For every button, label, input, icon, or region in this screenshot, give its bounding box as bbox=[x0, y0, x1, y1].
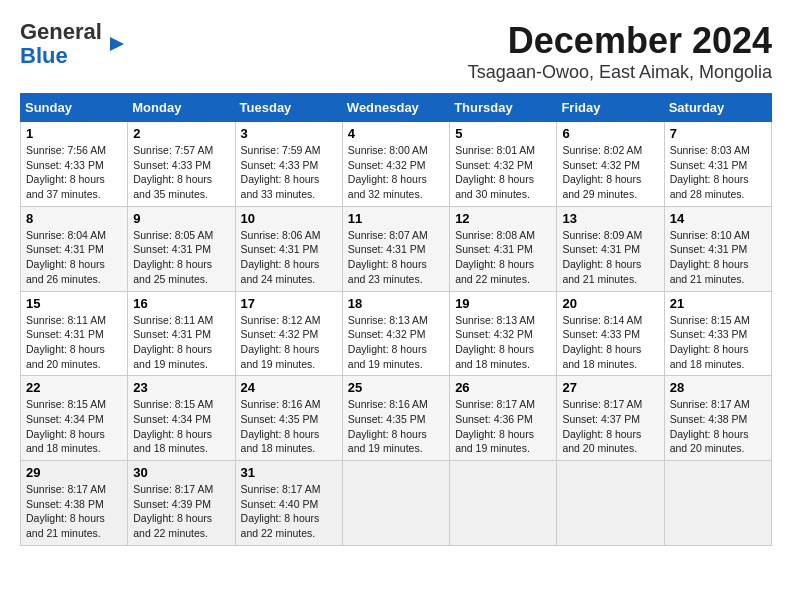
day-info: Sunrise: 8:04 AM Sunset: 4:31 PM Dayligh… bbox=[26, 228, 122, 287]
day-info: Sunrise: 8:15 AM Sunset: 4:34 PM Dayligh… bbox=[26, 397, 122, 456]
day-info: Sunrise: 7:57 AM Sunset: 4:33 PM Dayligh… bbox=[133, 143, 229, 202]
day-info: Sunrise: 8:17 AM Sunset: 4:36 PM Dayligh… bbox=[455, 397, 551, 456]
calendar-cell: 28Sunrise: 8:17 AM Sunset: 4:38 PM Dayli… bbox=[664, 376, 771, 461]
day-info: Sunrise: 8:16 AM Sunset: 4:35 PM Dayligh… bbox=[241, 397, 337, 456]
day-number: 16 bbox=[133, 296, 229, 311]
day-info: Sunrise: 8:02 AM Sunset: 4:32 PM Dayligh… bbox=[562, 143, 658, 202]
day-number: 24 bbox=[241, 380, 337, 395]
day-info: Sunrise: 8:10 AM Sunset: 4:31 PM Dayligh… bbox=[670, 228, 766, 287]
day-number: 26 bbox=[455, 380, 551, 395]
svg-marker-0 bbox=[110, 37, 124, 51]
day-info: Sunrise: 8:16 AM Sunset: 4:35 PM Dayligh… bbox=[348, 397, 444, 456]
calendar-cell bbox=[664, 461, 771, 546]
column-header-wednesday: Wednesday bbox=[342, 94, 449, 122]
calendar-cell: 23Sunrise: 8:15 AM Sunset: 4:34 PM Dayli… bbox=[128, 376, 235, 461]
location-title: Tsagaan-Owoo, East Aimak, Mongolia bbox=[468, 62, 772, 83]
column-header-tuesday: Tuesday bbox=[235, 94, 342, 122]
day-info: Sunrise: 8:14 AM Sunset: 4:33 PM Dayligh… bbox=[562, 313, 658, 372]
column-header-sunday: Sunday bbox=[21, 94, 128, 122]
calendar-cell: 30Sunrise: 8:17 AM Sunset: 4:39 PM Dayli… bbox=[128, 461, 235, 546]
calendar-cell: 8Sunrise: 8:04 AM Sunset: 4:31 PM Daylig… bbox=[21, 206, 128, 291]
calendar-cell: 3Sunrise: 7:59 AM Sunset: 4:33 PM Daylig… bbox=[235, 122, 342, 207]
day-info: Sunrise: 8:13 AM Sunset: 4:32 PM Dayligh… bbox=[348, 313, 444, 372]
day-info: Sunrise: 7:56 AM Sunset: 4:33 PM Dayligh… bbox=[26, 143, 122, 202]
calendar-cell: 14Sunrise: 8:10 AM Sunset: 4:31 PM Dayli… bbox=[664, 206, 771, 291]
day-number: 27 bbox=[562, 380, 658, 395]
day-number: 18 bbox=[348, 296, 444, 311]
calendar-cell: 16Sunrise: 8:11 AM Sunset: 4:31 PM Dayli… bbox=[128, 291, 235, 376]
day-number: 9 bbox=[133, 211, 229, 226]
calendar-cell: 21Sunrise: 8:15 AM Sunset: 4:33 PM Dayli… bbox=[664, 291, 771, 376]
calendar-week-row: 15Sunrise: 8:11 AM Sunset: 4:31 PM Dayli… bbox=[21, 291, 772, 376]
calendar-cell: 2Sunrise: 7:57 AM Sunset: 4:33 PM Daylig… bbox=[128, 122, 235, 207]
calendar-cell: 25Sunrise: 8:16 AM Sunset: 4:35 PM Dayli… bbox=[342, 376, 449, 461]
calendar-cell: 26Sunrise: 8:17 AM Sunset: 4:36 PM Dayli… bbox=[450, 376, 557, 461]
day-info: Sunrise: 8:17 AM Sunset: 4:38 PM Dayligh… bbox=[26, 482, 122, 541]
day-info: Sunrise: 8:15 AM Sunset: 4:33 PM Dayligh… bbox=[670, 313, 766, 372]
day-number: 23 bbox=[133, 380, 229, 395]
calendar-cell: 9Sunrise: 8:05 AM Sunset: 4:31 PM Daylig… bbox=[128, 206, 235, 291]
logo-general: General bbox=[20, 19, 102, 44]
calendar-cell: 27Sunrise: 8:17 AM Sunset: 4:37 PM Dayli… bbox=[557, 376, 664, 461]
calendar-week-row: 1Sunrise: 7:56 AM Sunset: 4:33 PM Daylig… bbox=[21, 122, 772, 207]
day-number: 11 bbox=[348, 211, 444, 226]
calendar-cell: 22Sunrise: 8:15 AM Sunset: 4:34 PM Dayli… bbox=[21, 376, 128, 461]
column-header-thursday: Thursday bbox=[450, 94, 557, 122]
day-info: Sunrise: 8:17 AM Sunset: 4:40 PM Dayligh… bbox=[241, 482, 337, 541]
day-number: 2 bbox=[133, 126, 229, 141]
calendar-cell bbox=[557, 461, 664, 546]
calendar-week-row: 22Sunrise: 8:15 AM Sunset: 4:34 PM Dayli… bbox=[21, 376, 772, 461]
calendar-cell: 11Sunrise: 8:07 AM Sunset: 4:31 PM Dayli… bbox=[342, 206, 449, 291]
page-header: General Blue December 2024 Tsagaan-Owoo,… bbox=[20, 20, 772, 83]
calendar-cell: 20Sunrise: 8:14 AM Sunset: 4:33 PM Dayli… bbox=[557, 291, 664, 376]
day-info: Sunrise: 8:17 AM Sunset: 4:39 PM Dayligh… bbox=[133, 482, 229, 541]
calendar-cell: 17Sunrise: 8:12 AM Sunset: 4:32 PM Dayli… bbox=[235, 291, 342, 376]
calendar-cell: 19Sunrise: 8:13 AM Sunset: 4:32 PM Dayli… bbox=[450, 291, 557, 376]
column-header-friday: Friday bbox=[557, 94, 664, 122]
calendar-cell: 13Sunrise: 8:09 AM Sunset: 4:31 PM Dayli… bbox=[557, 206, 664, 291]
day-number: 28 bbox=[670, 380, 766, 395]
logo-blue: Blue bbox=[20, 44, 102, 68]
calendar-cell: 1Sunrise: 7:56 AM Sunset: 4:33 PM Daylig… bbox=[21, 122, 128, 207]
day-number: 1 bbox=[26, 126, 122, 141]
day-number: 19 bbox=[455, 296, 551, 311]
month-title: December 2024 bbox=[468, 20, 772, 62]
day-info: Sunrise: 8:07 AM Sunset: 4:31 PM Dayligh… bbox=[348, 228, 444, 287]
day-number: 25 bbox=[348, 380, 444, 395]
day-info: Sunrise: 8:13 AM Sunset: 4:32 PM Dayligh… bbox=[455, 313, 551, 372]
day-info: Sunrise: 8:01 AM Sunset: 4:32 PM Dayligh… bbox=[455, 143, 551, 202]
day-number: 21 bbox=[670, 296, 766, 311]
day-number: 20 bbox=[562, 296, 658, 311]
day-number: 31 bbox=[241, 465, 337, 480]
day-info: Sunrise: 8:11 AM Sunset: 4:31 PM Dayligh… bbox=[133, 313, 229, 372]
calendar-cell: 31Sunrise: 8:17 AM Sunset: 4:40 PM Dayli… bbox=[235, 461, 342, 546]
calendar-table: SundayMondayTuesdayWednesdayThursdayFrid… bbox=[20, 93, 772, 546]
day-number: 7 bbox=[670, 126, 766, 141]
calendar-week-row: 29Sunrise: 8:17 AM Sunset: 4:38 PM Dayli… bbox=[21, 461, 772, 546]
day-info: Sunrise: 7:59 AM Sunset: 4:33 PM Dayligh… bbox=[241, 143, 337, 202]
day-info: Sunrise: 8:12 AM Sunset: 4:32 PM Dayligh… bbox=[241, 313, 337, 372]
day-info: Sunrise: 8:00 AM Sunset: 4:32 PM Dayligh… bbox=[348, 143, 444, 202]
day-info: Sunrise: 8:17 AM Sunset: 4:37 PM Dayligh… bbox=[562, 397, 658, 456]
calendar-cell bbox=[450, 461, 557, 546]
day-info: Sunrise: 8:05 AM Sunset: 4:31 PM Dayligh… bbox=[133, 228, 229, 287]
day-info: Sunrise: 8:17 AM Sunset: 4:38 PM Dayligh… bbox=[670, 397, 766, 456]
calendar-cell: 7Sunrise: 8:03 AM Sunset: 4:31 PM Daylig… bbox=[664, 122, 771, 207]
calendar-cell: 5Sunrise: 8:01 AM Sunset: 4:32 PM Daylig… bbox=[450, 122, 557, 207]
calendar-cell: 6Sunrise: 8:02 AM Sunset: 4:32 PM Daylig… bbox=[557, 122, 664, 207]
day-number: 15 bbox=[26, 296, 122, 311]
day-number: 22 bbox=[26, 380, 122, 395]
day-number: 30 bbox=[133, 465, 229, 480]
column-header-saturday: Saturday bbox=[664, 94, 771, 122]
day-number: 8 bbox=[26, 211, 122, 226]
day-number: 14 bbox=[670, 211, 766, 226]
day-number: 17 bbox=[241, 296, 337, 311]
day-number: 6 bbox=[562, 126, 658, 141]
logo: General Blue bbox=[20, 20, 128, 68]
logo-arrow-icon bbox=[106, 33, 128, 55]
day-number: 4 bbox=[348, 126, 444, 141]
day-info: Sunrise: 8:15 AM Sunset: 4:34 PM Dayligh… bbox=[133, 397, 229, 456]
calendar-cell: 18Sunrise: 8:13 AM Sunset: 4:32 PM Dayli… bbox=[342, 291, 449, 376]
calendar-cell: 4Sunrise: 8:00 AM Sunset: 4:32 PM Daylig… bbox=[342, 122, 449, 207]
day-info: Sunrise: 8:09 AM Sunset: 4:31 PM Dayligh… bbox=[562, 228, 658, 287]
